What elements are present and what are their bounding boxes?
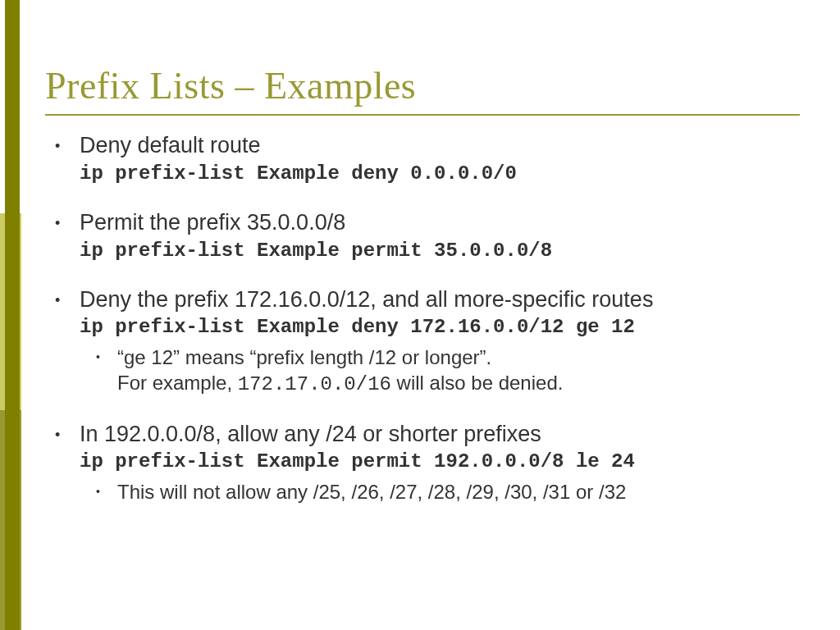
bullet-list: Deny default route ip prefix-list Exampl… <box>45 132 816 505</box>
bullet-desc: Permit the prefix 35.0.0.0/8 <box>80 209 816 237</box>
sub-item: “ge 12” means “prefix length /12 or long… <box>96 345 816 397</box>
list-item: Deny the prefix 172.16.0.0/12, and all m… <box>55 286 816 398</box>
inline-code: 172.17.0.0/16 <box>238 373 391 395</box>
sub-line-2-post: will also be denied. <box>391 372 563 394</box>
list-item: Permit the prefix 35.0.0.0/8 ip prefix-l… <box>55 209 816 263</box>
list-item: In 192.0.0.0/8, allow any /24 or shorter… <box>55 421 816 505</box>
bullet-command: ip prefix-list Example permit 35.0.0.0/8 <box>80 239 816 263</box>
sub-list: “ge 12” means “prefix length /12 or long… <box>80 345 816 397</box>
side-accent <box>0 0 21 630</box>
bullet-desc: Deny the prefix 172.16.0.0/12, and all m… <box>80 286 816 314</box>
slide-content: Prefix Lists – Examples Deny default rou… <box>45 64 816 528</box>
sub-line: This will not allow any /25, /26, /27, /… <box>117 481 626 503</box>
sub-line-1: “ge 12” means “prefix length /12 or long… <box>117 346 491 368</box>
bullet-desc: In 192.0.0.0/8, allow any /24 or shorter… <box>80 421 816 449</box>
bullet-desc: Deny default route <box>80 132 816 160</box>
bullet-command: ip prefix-list Example deny 172.16.0.0/1… <box>80 315 816 340</box>
sub-list: This will not allow any /25, /26, /27, /… <box>80 479 816 504</box>
title-underline <box>45 114 800 116</box>
slide-title: Prefix Lists – Examples <box>45 64 816 107</box>
sub-line-2-pre: For example, <box>117 372 238 394</box>
bullet-command: ip prefix-list Example permit 192.0.0.0/… <box>80 450 816 474</box>
side-accent-dark <box>5 0 20 630</box>
sub-item: This will not allow any /25, /26, /27, /… <box>96 479 816 504</box>
list-item: Deny default route ip prefix-list Exampl… <box>55 132 816 186</box>
bullet-command: ip prefix-list Example deny 0.0.0.0/0 <box>80 162 816 186</box>
